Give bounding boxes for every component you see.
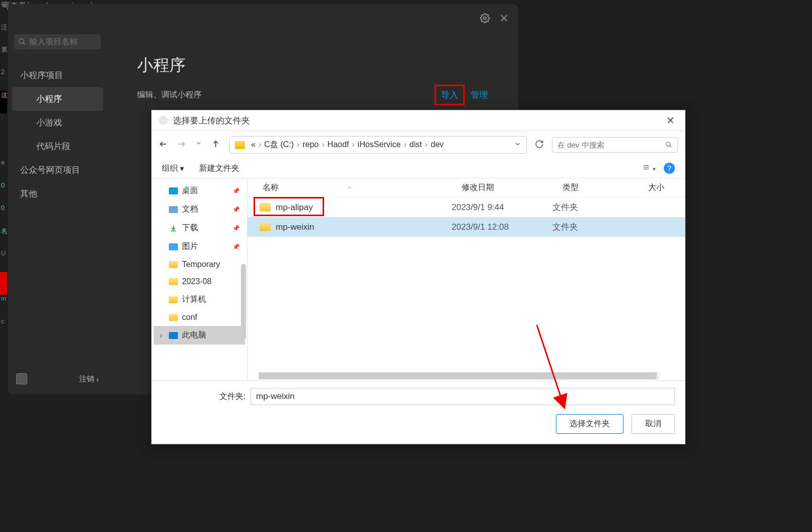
breadcrumb-segment[interactable]: dev (431, 140, 444, 149)
file-name: mp-weixin (276, 222, 315, 232)
import-highlight-box: 导入 (434, 85, 465, 105)
cancel-button[interactable]: 取消 (632, 414, 675, 434)
nav-up-icon[interactable] (211, 140, 220, 151)
folder-name-input[interactable] (251, 388, 675, 405)
tree-item[interactable]: 下载📌 (154, 219, 245, 237)
dialog-titlebar: 选择要上传的文件夹 ✕ (152, 110, 685, 131)
breadcrumb-segment[interactable]: Haodf (328, 140, 349, 149)
organize-menu[interactable]: 组织 ▾ (162, 163, 184, 174)
breadcrumb-segment[interactable]: C盘 (C:) (264, 140, 294, 149)
page-subtitle: 编辑、调试小程序 (137, 90, 202, 100)
column-type: 类型 (547, 182, 633, 193)
svg-point-2 (484, 17, 486, 20)
folder-icon (235, 141, 245, 149)
file-row[interactable]: mp-alipay2023/9/1 9:44文件夹 (247, 197, 685, 217)
horizontal-scrollbar[interactable] (259, 372, 660, 379)
sort-up-icon (347, 185, 352, 190)
folder-icon (169, 314, 178, 321)
tree-item-label: 计算机 (182, 294, 206, 305)
file-type: 文件夹 (547, 202, 633, 213)
tree-item-label: 图片 (182, 241, 198, 252)
nav-forward-icon[interactable] (177, 140, 186, 151)
page-title: 小程序 (137, 54, 488, 77)
view-mode-button[interactable]: ▾ (642, 164, 656, 173)
column-size: 大小 (633, 182, 679, 193)
nav-back-icon[interactable] (159, 140, 168, 151)
breadcrumb-segment[interactable]: dist (409, 140, 422, 149)
tree-item-label: 此电脑 (182, 330, 206, 341)
column-date: 修改日期 (447, 182, 547, 193)
folder-icon (169, 187, 178, 194)
caret-down-icon: ▾ (180, 164, 184, 173)
folder-tree[interactable]: 桌面📌文档📌下载📌图片📌Temporary2023-08计算机conf此电脑 (152, 178, 247, 380)
sidebar-nav: 小程序项目小程序小游戏代码片段公众号网页项目其他 (8, 53, 107, 367)
pin-icon: 📌 (232, 206, 240, 213)
close-icon[interactable] (499, 13, 509, 25)
nav-item[interactable]: 小程序 (12, 87, 103, 111)
tree-item[interactable]: 计算机 (154, 290, 245, 309)
file-name: mp-alipay (276, 203, 313, 213)
tree-item-label: Temporary (182, 260, 220, 269)
file-list-header[interactable]: 名称 修改日期 类型 大小 (247, 178, 685, 197)
tree-item[interactable]: 文档📌 (154, 200, 245, 219)
editor-gutter-strip: 端泛累2这:e00名Umc (0, 0, 7, 532)
dialog-title: 选择要上传的文件夹 (173, 115, 250, 126)
folder-search[interactable] (552, 137, 678, 153)
file-list-area: 名称 修改日期 类型 大小 mp-alipay2023/9/1 9:44文件夹m… (247, 178, 685, 380)
tree-item[interactable]: 2023-08 (154, 273, 245, 290)
import-link[interactable]: 导入 (441, 90, 458, 100)
file-date: 2023/9/1 12:08 (447, 222, 547, 232)
folder-input-label: 文件夹: (217, 391, 245, 402)
manage-link[interactable]: 管理 (467, 89, 488, 101)
chevron-right-icon: › (322, 140, 324, 149)
breadcrumb-segment[interactable]: repo (302, 140, 319, 149)
project-search[interactable] (14, 34, 101, 49)
refresh-icon[interactable] (530, 137, 549, 154)
download-icon (169, 225, 178, 232)
folder-icon (169, 206, 178, 213)
svg-line-9 (670, 146, 671, 147)
breadcrumb-segment[interactable]: « (251, 140, 256, 149)
search-input[interactable] (29, 37, 97, 46)
chevron-down-icon[interactable] (514, 141, 521, 150)
folder-select-dialog: 选择要上传的文件夹 ✕ «›C盘 (C:)›repo›Haodf›iHosSer… (151, 110, 685, 444)
search-icon (18, 38, 26, 46)
folder-icon (169, 278, 178, 285)
chevron-down-icon[interactable] (195, 140, 202, 151)
tree-item-label: 下载 (182, 223, 198, 233)
nav-group[interactable]: 公众号网页项目 (8, 158, 107, 182)
dialog-close-button[interactable]: ✕ (663, 114, 678, 126)
nav-group[interactable]: 小程序项目 (8, 63, 107, 87)
file-date: 2023/9/1 9:44 (447, 203, 547, 213)
dialog-footer: 文件夹: 选择文件夹 取消 (152, 380, 685, 444)
tree-item[interactable]: Temporary (154, 256, 245, 273)
tree-scrollbar[interactable] (241, 264, 246, 340)
breadcrumb-segment[interactable]: iHosService (358, 140, 401, 149)
select-folder-button[interactable]: 选择文件夹 (556, 414, 623, 434)
help-icon[interactable]: ? (664, 163, 675, 174)
breadcrumb[interactable]: «›C盘 (C:)›repo›Haodf›iHosService›dist›de… (229, 136, 527, 154)
nav-item[interactable]: 小游戏 (12, 111, 103, 135)
file-row[interactable]: mp-weixin2023/9/1 12:08文件夹 (247, 217, 685, 237)
tree-item-label: conf (182, 313, 197, 322)
folder-search-input[interactable] (557, 141, 665, 149)
chevron-right-icon: › (425, 140, 427, 149)
pin-icon: 📌 (232, 225, 240, 232)
chevron-right-icon: › (96, 375, 99, 383)
dialog-nav-bar: «›C盘 (C:)›repo›Haodf›iHosService›dist›de… (152, 131, 685, 159)
avatar[interactable] (16, 373, 27, 384)
tree-item[interactable]: 图片📌 (154, 237, 245, 256)
tree-item[interactable]: 桌面📌 (154, 181, 245, 200)
tree-item[interactable]: conf (154, 309, 245, 326)
tree-item-label: 桌面 (182, 185, 198, 196)
folder-icon (169, 296, 178, 303)
logout-button[interactable]: 注销 › (79, 374, 99, 384)
tree-item[interactable]: 此电脑 (154, 326, 245, 345)
folder-icon (169, 332, 178, 339)
nav-item[interactable]: 代码片段 (12, 135, 103, 158)
folder-icon (169, 261, 178, 268)
gear-icon[interactable] (480, 13, 490, 25)
nav-group[interactable]: 其他 (8, 182, 107, 206)
dialog-toolbar: 组织 ▾ 新建文件夹 ▾ ? (152, 159, 685, 178)
new-folder-button[interactable]: 新建文件夹 (199, 163, 239, 174)
